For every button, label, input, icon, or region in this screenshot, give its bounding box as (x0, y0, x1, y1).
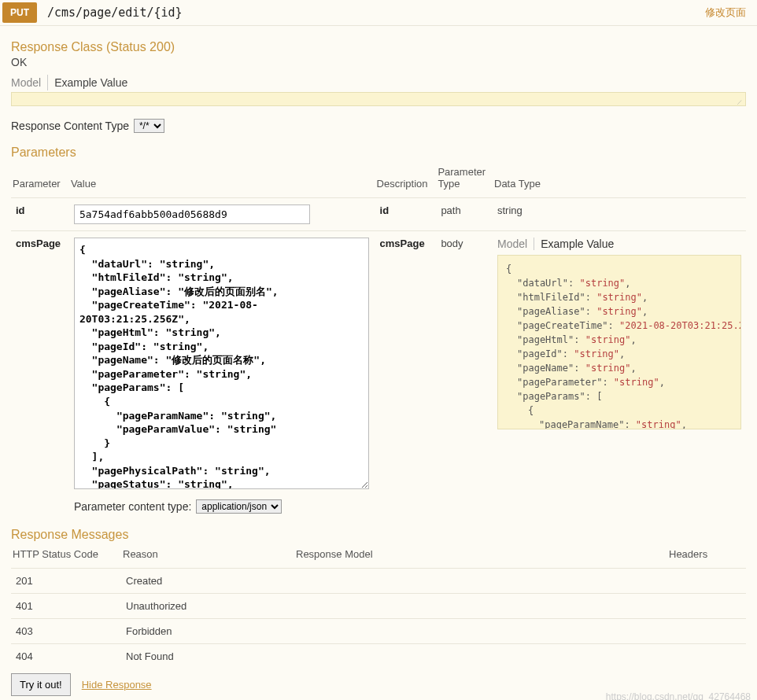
reason: Unauthorized (121, 594, 294, 619)
reason: Not Found (121, 644, 294, 669)
th-value: Value (69, 163, 375, 198)
table-row: 401Unauthorized (11, 594, 746, 619)
response-model (294, 594, 667, 619)
param-text-input[interactable] (74, 204, 310, 224)
response-model (294, 569, 667, 594)
th-data-type: Data Type (493, 163, 746, 198)
param-type: path (436, 198, 493, 231)
parameters-table: Parameter Value Description Parameter Ty… (11, 163, 746, 520)
response-headers (667, 644, 746, 669)
tab-example-value[interactable]: Example Value (534, 238, 620, 250)
response-messages-heading: Response Messages (11, 528, 746, 542)
datatype-tabs: ModelExample Value (497, 238, 741, 250)
param-name: id (11, 198, 69, 231)
response-content-type-row: Response Content Type */* (11, 119, 746, 133)
table-row: cmsPageParameter content type:applicatio… (11, 231, 746, 521)
reason: Forbidden (121, 619, 294, 644)
th-headers: Headers (667, 545, 746, 569)
response-headers (667, 594, 746, 619)
response-model (294, 619, 667, 644)
reason: Created (121, 569, 294, 594)
table-row: 201Created (11, 569, 746, 594)
status-code: 401 (11, 594, 121, 619)
th-status-code: HTTP Status Code (11, 545, 121, 569)
response-model (294, 644, 667, 669)
response-ok: OK (11, 56, 746, 68)
status-code: 404 (11, 644, 121, 669)
status-code: 403 (11, 619, 121, 644)
endpoint-summary: 修改页面 (705, 6, 757, 20)
param-body-textarea[interactable] (74, 238, 369, 489)
status-code: 201 (11, 569, 121, 594)
response-headers (667, 569, 746, 594)
method-badge: PUT (2, 2, 37, 23)
tab-example-value[interactable]: Example Value (47, 75, 134, 90)
response-example-box[interactable] (11, 92, 746, 106)
endpoint-path: /cms/page/edit/{id} (39, 1, 705, 24)
response-messages-table: HTTP Status Code Reason Response Model H… (11, 545, 746, 669)
response-class-tabs: Model Example Value (11, 75, 746, 90)
param-data-type: ModelExample Value{"dataUrl": "string","… (493, 231, 746, 521)
parameter-content-type-label: Parameter content type: (74, 500, 191, 513)
response-content-type-select[interactable]: */* (134, 119, 164, 133)
tab-model[interactable]: Model (11, 75, 47, 90)
parameter-content-type-select[interactable]: application/json (196, 499, 282, 514)
datatype-example-box[interactable]: {"dataUrl": "string","htmlFileId": "stri… (497, 255, 741, 429)
param-name: cmsPage (11, 231, 69, 521)
param-value-cell: Parameter content type:application/json (69, 231, 375, 521)
param-description: id (375, 198, 437, 231)
hide-response-link[interactable]: Hide Response (82, 679, 152, 691)
table-row: 403Forbidden (11, 619, 746, 644)
operation-header[interactable]: PUT /cms/page/edit/{id} 修改页面 (0, 0, 757, 26)
table-row: ididpathstring (11, 198, 746, 231)
response-headers (667, 619, 746, 644)
param-data-type: string (493, 198, 746, 231)
th-response-model: Response Model (294, 545, 667, 569)
param-type: body (436, 231, 493, 521)
th-parameter: Parameter (11, 163, 69, 198)
parameter-content-type-row: Parameter content type:application/json (74, 499, 371, 514)
th-description: Description (375, 163, 437, 198)
response-class-title: Response Class (Status 200) (11, 40, 746, 54)
th-parameter-type: Parameter Type (436, 163, 493, 198)
footer-row: Try it out! Hide Response (11, 673, 746, 696)
param-value-cell (69, 198, 375, 231)
tab-model[interactable]: Model (497, 238, 534, 250)
param-description: cmsPage (375, 231, 437, 521)
try-it-out-button[interactable]: Try it out! (11, 673, 71, 696)
response-content-type-label: Response Content Type (11, 120, 129, 132)
th-reason: Reason (121, 545, 294, 569)
table-row: 404Not Found (11, 644, 746, 669)
parameters-heading: Parameters (11, 146, 746, 160)
